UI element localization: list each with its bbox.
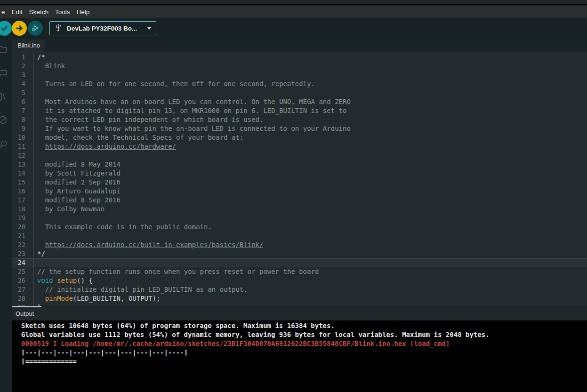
code-text: pinMode(LED_BUILTIN, OUTPUT); (34, 294, 160, 303)
code-line-16[interactable]: 16 by Arturo Guadalupi (12, 187, 587, 196)
code-line-4[interactable]: 4 Turns an LED on for one second, then o… (12, 80, 587, 88)
toolbar: DevLab PY32F003 Bo... (0, 18, 587, 40)
editor-lines: 1/*2 Blink34 Turns an LED on for one sec… (12, 53, 587, 306)
menu-item-edit[interactable]: Edit (12, 8, 23, 16)
code-line-23[interactable]: 23*/ (12, 249, 587, 258)
debug-button[interactable] (28, 21, 43, 36)
chevron-down-icon (147, 27, 151, 30)
line-number: 13 (12, 160, 34, 169)
code-text: https://docs.arduino.cc/built-in-example… (34, 240, 263, 249)
code-line-22[interactable]: 22 https://docs.arduino.cc/built-in-exam… (12, 240, 587, 249)
code-line-1[interactable]: 1/* (12, 53, 587, 62)
code-line-2[interactable]: 2 Blink (12, 62, 587, 71)
line-number: 15 (12, 178, 34, 187)
line-number: 12 (12, 151, 34, 160)
library-manager-icon[interactable] (0, 91, 8, 102)
code-line-7[interactable]: 7 it is attached to digital pin 13, on M… (12, 106, 587, 115)
code-text (34, 258, 37, 267)
code-line-17[interactable]: 17 modified 8 Sep 2016 (12, 196, 587, 205)
code-line-9[interactable]: 9 If you want to know what pin the on-bo… (12, 124, 587, 133)
code-text: Most Arduinos have an on-board LED you c… (34, 97, 351, 106)
code-text (34, 151, 37, 160)
output-panel: Output Sketch uses 10648 bytes (64%) of … (12, 306, 587, 392)
check-icon (0, 24, 8, 32)
line-number: 3 (12, 71, 34, 80)
code-line-3[interactable]: 3 (12, 71, 587, 80)
line-number: 19 (12, 214, 34, 223)
code-text: /* (34, 53, 45, 62)
line-number: 25 (12, 267, 34, 276)
line-number: 6 (12, 97, 34, 106)
code-line-28[interactable]: 28 pinMode(LED_BUILTIN, OUTPUT); (12, 294, 587, 303)
menu-item-file-partial[interactable]: e (1, 8, 5, 16)
code-line-5[interactable]: 5 (12, 88, 587, 97)
line-number: 4 (12, 80, 34, 88)
code-line-20[interactable]: 20 This example code is in the public do… (12, 223, 587, 232)
code-text (34, 214, 37, 223)
line-number: 21 (12, 232, 34, 240)
code-line-13[interactable]: 13 modified 8 May 2014 (12, 160, 587, 169)
code-line-25[interactable]: 25// the setup function runs once when y… (12, 267, 587, 276)
line-number: 18 (12, 205, 34, 214)
console-line: [============= (21, 357, 587, 366)
line-number: 16 (12, 187, 34, 196)
code-text: modified 2 Sep 2016 (34, 178, 121, 187)
console-line: Global variables use 1112 bytes (54%) of… (21, 330, 587, 339)
code-line-18[interactable]: 18 by Colby Newman (12, 205, 587, 214)
menu-item-sketch[interactable]: Sketch (29, 8, 48, 16)
code-text: void setup() { (34, 276, 93, 285)
line-number: 28 (12, 294, 34, 303)
line-number: 1 (12, 53, 34, 62)
code-line-26[interactable]: 26void setup() { (12, 276, 587, 285)
code-line-21[interactable]: 21 (12, 232, 587, 240)
line-number: 20 (12, 223, 34, 232)
line-number: 8 (12, 115, 34, 124)
code-text: by Colby Newman (34, 205, 105, 214)
line-number: 27 (12, 285, 34, 294)
tab-blink-ino[interactable]: Blink.ino (12, 40, 45, 52)
board-selector-label: DevLab PY32F003 Bo... (67, 25, 137, 32)
line-number: 24 (12, 258, 34, 267)
code-text: model, check the Technical Specs of your… (34, 133, 243, 142)
console-line: [---|---|---|---|---|---|---|---|---|---… (21, 348, 587, 357)
line-number: 23 (12, 249, 34, 258)
menu-item-tools[interactable]: Tools (55, 8, 70, 16)
code-text: modified 8 May 2014 (34, 160, 121, 169)
code-text (34, 232, 37, 240)
boards-manager-icon[interactable] (0, 67, 8, 78)
panel-resize-handle[interactable] (12, 306, 41, 307)
code-editor[interactable]: 1/*2 Blink34 Turns an LED on for one sec… (12, 52, 587, 306)
code-line-8[interactable]: 8 the correct LED pin independent of whi… (12, 115, 587, 124)
code-line-19[interactable]: 19 (12, 214, 587, 223)
line-number: 10 (12, 133, 34, 142)
line-number: 5 (12, 88, 34, 97)
code-line-10[interactable]: 10 model, check the Technical Specs of y… (12, 133, 587, 142)
code-text: modified 8 Sep 2016 (34, 196, 121, 205)
code-line-24[interactable]: 24 (12, 258, 587, 267)
window-titlebar (0, 0, 587, 5)
code-line-14[interactable]: 14 by Scott Fitzgerald (12, 169, 587, 178)
editor-tab-bar: Blink.ino (12, 40, 587, 52)
code-line-27[interactable]: 27 // initialize digital pin LED_BUILTIN… (12, 285, 587, 294)
code-text: https://docs.arduino.cc/hardware/ (34, 142, 176, 151)
code-text: the correct LED pin independent of which… (34, 115, 263, 124)
console-line: 0000519 I Loading /home/mr/.cache/arduin… (21, 339, 587, 348)
output-console[interactable]: Sketch uses 10648 bytes (64%) of program… (12, 320, 587, 392)
debug-blocked-icon[interactable] (0, 115, 8, 125)
code-line-12[interactable]: 12 (12, 151, 587, 160)
right-arrow-icon (15, 24, 24, 32)
search-icon[interactable] (0, 139, 8, 150)
output-panel-label: Output (16, 310, 34, 317)
code-line-11[interactable]: 11 https://docs.arduino.cc/hardware/ (12, 142, 587, 151)
debug-icon (31, 24, 40, 32)
board-selector-dropdown[interactable]: DevLab PY32F003 Bo... (49, 21, 156, 35)
sketchbook-icon[interactable] (0, 44, 8, 54)
code-line-15[interactable]: 15 modified 2 Sep 2016 (12, 178, 587, 187)
verify-button[interactable] (0, 21, 12, 36)
code-line-6[interactable]: 6 Most Arduinos have an on-board LED you… (12, 97, 587, 106)
upload-button[interactable] (12, 21, 27, 36)
tab-label: Blink.ino (17, 42, 40, 49)
code-text: Turns an LED on for one second, then off… (34, 80, 315, 88)
code-text (34, 71, 37, 80)
menu-item-help[interactable]: Help (77, 8, 90, 16)
